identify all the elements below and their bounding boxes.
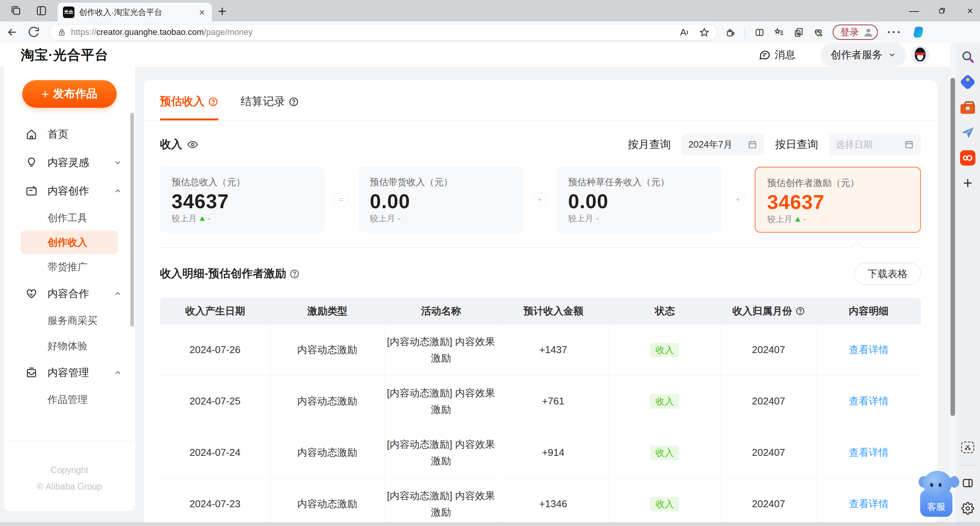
login-label: 登录 [840, 26, 859, 38]
favorites-bar-icon[interactable] [774, 27, 784, 38]
plus-icon: + [41, 87, 49, 100]
new-tab-button[interactable]: + [218, 4, 226, 18]
cell-amount: +761 [498, 376, 609, 427]
browser-tab[interactable]: 光合 创作收入·淘宝光合平台 × [58, 3, 212, 21]
date-picker-input[interactable]: 选择日期 [829, 134, 921, 155]
window-maximize-button[interactable] [938, 7, 946, 15]
refresh-icon[interactable] [28, 26, 40, 38]
sidebar-item-service-purchase[interactable]: 服务商采买 [4, 308, 135, 333]
query-by-day-label: 按日查询 [775, 137, 818, 152]
inbox-icon [25, 367, 38, 379]
screenshot-icon[interactable] [960, 440, 975, 455]
favorite-star-icon[interactable] [699, 27, 709, 38]
view-details-link[interactable]: 查看详情 [849, 393, 889, 409]
customer-service-widget[interactable]: 客服 [920, 471, 957, 519]
address-bar[interactable]: https://creator.guanghe.taobao.com/page/… [49, 24, 718, 41]
plus-operator: + [721, 167, 755, 233]
browser-essentials-icon[interactable] [813, 27, 823, 38]
sidebar-item-inspiration[interactable]: 内容灵感 [4, 148, 135, 177]
sidebar-scrollbar[interactable] [130, 113, 134, 327]
sidebar-add-icon[interactable]: + [960, 176, 975, 191]
user-avatar[interactable] [911, 46, 929, 64]
tab-estimated-income[interactable]: 预估收入 [160, 94, 218, 120]
tab-actions-icon[interactable] [35, 5, 48, 17]
cell-type: 内容动态激励 [271, 376, 384, 427]
compare-label: 较上月 [767, 214, 792, 225]
cell-activity: [内容动态激励] 内容效果激励 [384, 478, 498, 526]
download-table-button[interactable]: 下载表格 [854, 263, 921, 284]
cell-activity: [内容动态激励] 内容效果激励 [384, 376, 498, 427]
trend-up-icon [200, 216, 205, 221]
status-badge: 收入 [650, 343, 679, 357]
sidebar-item-product-trial[interactable]: 好物体验 [4, 333, 135, 358]
card-value: 34637 [767, 191, 909, 214]
page-scrollbar-thumb[interactable] [950, 78, 955, 416]
site-logo[interactable]: 淘宝·光合平台 [21, 46, 109, 64]
extensions-icon[interactable] [725, 27, 736, 38]
sidebar-kuaishou-icon[interactable] [960, 150, 975, 166]
split-screen-icon[interactable] [754, 27, 765, 38]
tab-close-icon[interactable]: × [198, 7, 206, 17]
card-label: 预估种草任务收入（元） [568, 176, 710, 188]
chevron-up-icon [114, 368, 122, 377]
detail-section-title: 收入明细-预估创作者激励 [160, 266, 300, 281]
settings-gear-icon[interactable] [960, 501, 975, 516]
trend-up-icon [795, 217, 800, 222]
view-details-link[interactable]: 查看详情 [849, 496, 889, 512]
creator-services-dropdown[interactable]: 创作者服务 [821, 43, 906, 67]
browser-menu-icon[interactable]: ··· [887, 26, 902, 39]
copilot-icon[interactable] [911, 25, 926, 39]
sidebar-item-works-management[interactable]: 作品管理 [4, 387, 135, 412]
help-icon[interactable] [208, 97, 218, 107]
sidebar-send-icon[interactable] [960, 125, 975, 140]
sidebar-toggle-icon[interactable] [960, 475, 975, 491]
sidebar-item-promotion[interactable]: 带货推广 [4, 254, 135, 279]
publish-label: 发布作品 [53, 86, 97, 102]
browser-login-button[interactable]: 登录 [833, 25, 878, 40]
help-icon[interactable] [289, 269, 300, 279]
income-section-title: 收入 [160, 137, 198, 152]
card-seeding-task-income[interactable]: 预估种草任务收入（元） 0.00 较上月- [557, 167, 721, 233]
sidebar-tools-icon[interactable] [960, 100, 975, 115]
sidebar-item-content-management[interactable]: 内容管理 [4, 358, 135, 387]
sidebar-item-creation-tools[interactable]: 创作工具 [4, 205, 135, 230]
card-creator-incentive[interactable]: 预估创作者激励（元） 34637 较上月- [755, 167, 921, 233]
lightbulb-icon [25, 156, 38, 169]
collections-icon[interactable] [794, 27, 804, 38]
visibility-eye-icon[interactable] [187, 139, 198, 150]
sidebar-item-creation-income[interactable]: 创作收入 [21, 230, 118, 254]
col-type: 激励类型 [271, 298, 384, 324]
sidebar-item-label: 内容管理 [48, 366, 89, 380]
stat-cards: 预估总收入（元） 34637 较上月- = 预估带货收入（元） 0.00 较上月… [160, 167, 921, 233]
back-icon[interactable] [6, 26, 18, 38]
workspaces-icon[interactable] [10, 5, 22, 17]
cell-month: 202407 [721, 478, 817, 526]
help-icon[interactable] [795, 306, 805, 316]
messages-button[interactable]: 消息 [759, 48, 795, 62]
sidebar-item-creation[interactable]: 内容创作 [4, 177, 135, 205]
view-details-link[interactable]: 查看详情 [849, 444, 889, 461]
page-scrollbar-track[interactable] [950, 43, 955, 526]
url-host: creator.guanghe.taobao.com [96, 27, 204, 37]
cell-amount: +1346 [498, 478, 609, 526]
card-total-income[interactable]: 预估总收入（元） 34637 较上月- [160, 167, 325, 233]
sidebar-item-cooperation[interactable]: 内容合作 [4, 279, 135, 308]
card-sales-income[interactable]: 预估带货收入（元） 0.00 较上月- [358, 167, 523, 233]
publish-work-button[interactable]: + 发布作品 [22, 80, 117, 108]
sidebar-shopping-icon[interactable] [960, 74, 975, 90]
copyright-line2: © Alibaba Group [4, 478, 135, 495]
month-picker-input[interactable]: 2024年7月 [681, 134, 764, 155]
compare-label: 较上月 [568, 213, 594, 224]
edge-sidebar: + [955, 43, 980, 526]
sidebar-item-home[interactable]: 首页 [4, 120, 135, 148]
help-icon[interactable] [289, 97, 299, 107]
tab-settlement-records[interactable]: 结算记录 [241, 94, 299, 120]
card-label: 预估总收入（元） [172, 176, 313, 188]
sidebar-search-icon[interactable] [960, 49, 975, 64]
table-row: 2024-07-24 内容动态激励 [内容动态激励] 内容效果激励 +914 收… [160, 427, 921, 478]
read-aloud-icon[interactable] [679, 27, 689, 38]
window-close-button[interactable]: × [965, 6, 975, 15]
window-minimize-button[interactable]: — [909, 6, 919, 15]
cell-month: 202407 [721, 324, 817, 375]
view-details-link[interactable]: 查看详情 [849, 342, 889, 358]
